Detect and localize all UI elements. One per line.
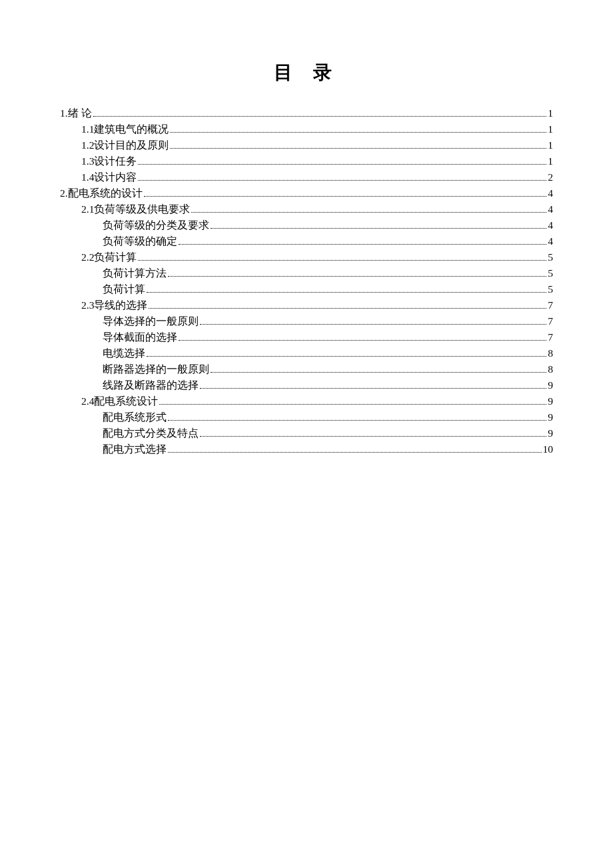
toc-leader-dots (144, 196, 547, 197)
toc-entry: 负荷等级的分类及要求4 (60, 220, 553, 231)
toc-entry: 导体选择的一般原则7 (60, 316, 553, 327)
toc-entry-label: 1.绪 论 (60, 108, 92, 119)
toc-entry-label: 2.1负荷等级及供电要求 (81, 204, 190, 215)
toc-entry-label: 2.配电系统的设计 (60, 188, 143, 199)
toc-entry: 1.1建筑电气的概况1 (60, 124, 553, 135)
toc-entry-label: 1.4设计内容 (81, 172, 137, 183)
toc-leader-dots (138, 164, 546, 165)
toc-entry: 2.2负荷计算5 (60, 252, 553, 263)
toc-entry: 负荷计算5 (60, 284, 553, 295)
toc-entry-page: 9 (548, 396, 553, 407)
toc-entry: 线路及断路器的选择9 (60, 380, 553, 391)
toc-entry: 1.4设计内容2 (60, 172, 553, 183)
toc-entry-page: 7 (548, 300, 553, 311)
toc-leader-dots (170, 148, 546, 149)
toc-entry-page: 1 (548, 140, 553, 151)
toc-leader-dots (138, 180, 546, 181)
toc-leader-dots (168, 452, 542, 453)
toc-entry: 1.绪 论1 (60, 108, 553, 119)
toc-entry-page: 5 (548, 268, 553, 279)
toc-entry: 负荷计算方法5 (60, 268, 553, 279)
toc-entry-label: 负荷等级的分类及要求 (103, 220, 209, 231)
toc-entry-label: 1.2设计目的及原则 (81, 140, 169, 151)
toc-entry-page: 7 (548, 332, 553, 343)
toc-entry-label: 导体截面的选择 (103, 332, 177, 343)
toc-entry: 1.3设计任务1 (60, 156, 553, 167)
toc-entry-label: 1.1建筑电气的概况 (81, 124, 169, 135)
toc-entry-page: 7 (548, 316, 553, 327)
toc-entry-page: 8 (548, 364, 553, 375)
toc-entry: 负荷等级的确定4 (60, 236, 553, 247)
toc-entry-page: 5 (548, 252, 553, 263)
toc-leader-dots (159, 404, 546, 405)
toc-leader-dots (211, 372, 546, 373)
toc-entry-label: 负荷计算 (103, 284, 145, 295)
toc-entry-label: 2.2负荷计算 (81, 252, 137, 263)
toc-entry: 2.1负荷等级及供电要求4 (60, 204, 553, 215)
toc-entry-page: 4 (548, 188, 553, 199)
toc-entry-page: 9 (548, 380, 553, 391)
toc-leader-dots (170, 132, 546, 133)
toc-leader-dots (211, 228, 546, 229)
toc-entry-label: 负荷计算方法 (103, 268, 167, 279)
toc-entry-label: 配电方式分类及特点 (103, 428, 199, 439)
toc-entry-page: 5 (548, 284, 553, 295)
toc-entry: 导体截面的选择7 (60, 332, 553, 343)
page-title: 目 录 (60, 60, 553, 85)
toc-entry-page: 1 (548, 124, 553, 135)
toc-entry: 1.2设计目的及原则1 (60, 140, 553, 151)
toc-leader-dots (168, 420, 546, 421)
toc-entry-label: 电缆选择 (103, 348, 145, 359)
toc-leader-dots (200, 436, 546, 437)
toc-entry-label: 1.3设计任务 (81, 156, 137, 167)
toc-entry-label: 配电系统形式 (103, 412, 167, 423)
toc-entry-label: 导体选择的一般原则 (103, 316, 199, 327)
toc-leader-dots (200, 388, 546, 389)
toc-entry-page: 9 (548, 412, 553, 423)
toc-entry-page: 1 (548, 156, 553, 167)
toc-entry-page: 1 (548, 108, 553, 119)
toc-entry: 电缆选择8 (60, 348, 553, 359)
toc-leader-dots (147, 356, 546, 357)
toc-entry-page: 4 (548, 236, 553, 247)
toc-entry-label: 线路及断路器的选择 (103, 380, 199, 391)
toc-entry-page: 2 (548, 172, 553, 183)
toc-entry-label: 2.4配电系统设计 (81, 396, 158, 407)
toc-entry: 断路器选择的一般原则8 (60, 364, 553, 375)
toc-entry-label: 2.3导线的选择 (81, 300, 147, 311)
table-of-contents: 1.绪 论11.1建筑电气的概况11.2设计目的及原则11.3设计任务11.4设… (60, 108, 553, 455)
toc-entry-page: 10 (543, 444, 554, 455)
toc-leader-dots (191, 212, 546, 213)
toc-entry: 配电系统形式9 (60, 412, 553, 423)
toc-leader-dots (179, 244, 546, 245)
toc-entry: 2.配电系统的设计4 (60, 188, 553, 199)
toc-leader-dots (179, 340, 546, 341)
toc-entry-page: 4 (548, 204, 553, 215)
toc-entry-page: 4 (548, 220, 553, 231)
toc-leader-dots (168, 276, 546, 277)
toc-entry-label: 配电方式选择 (103, 444, 167, 455)
toc-entry: 2.3导线的选择7 (60, 300, 553, 311)
toc-entry-label: 断路器选择的一般原则 (103, 364, 209, 375)
toc-entry-page: 8 (548, 348, 553, 359)
toc-entry: 配电方式选择10 (60, 444, 553, 455)
toc-leader-dots (147, 292, 546, 293)
toc-entry: 2.4配电系统设计9 (60, 396, 553, 407)
toc-entry-label: 负荷等级的确定 (103, 236, 177, 247)
toc-leader-dots (149, 308, 546, 309)
toc-entry: 配电方式分类及特点9 (60, 428, 553, 439)
toc-leader-dots (200, 324, 546, 325)
toc-leader-dots (93, 116, 547, 117)
toc-leader-dots (138, 260, 546, 261)
toc-entry-page: 9 (548, 428, 553, 439)
